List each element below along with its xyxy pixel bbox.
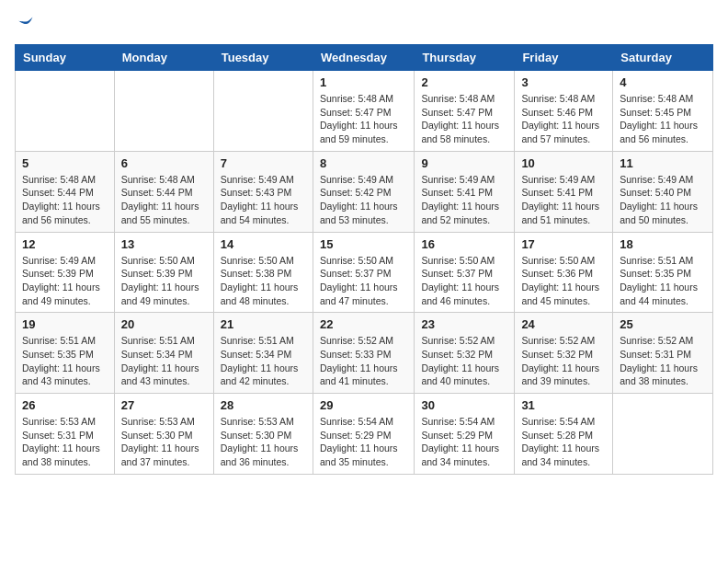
day-info: Sunrise: 5:51 AMSunset: 5:34 PMDaylight:… [221,334,306,388]
logo [15,15,35,33]
day-info: Sunrise: 5:51 AMSunset: 5:35 PMDaylight:… [620,254,706,308]
day-number: 15 [320,237,407,251]
calendar-cell: 18Sunrise: 5:51 AMSunset: 5:35 PMDayligh… [613,232,713,313]
day-info: Sunrise: 5:51 AMSunset: 5:35 PMDaylight:… [22,334,108,388]
calendar-cell: 22Sunrise: 5:52 AMSunset: 5:33 PMDayligh… [313,313,414,394]
day-info: Sunrise: 5:54 AMSunset: 5:28 PMDaylight:… [521,415,606,469]
day-info: Sunrise: 5:48 AMSunset: 5:45 PMDaylight:… [620,92,706,146]
day-info: Sunrise: 5:50 AMSunset: 5:39 PMDaylight:… [121,254,207,308]
calendar-cell: 4Sunrise: 5:48 AMSunset: 5:45 PMDaylight… [613,71,713,152]
day-info: Sunrise: 5:48 AMSunset: 5:46 PMDaylight:… [521,92,606,146]
calendar-cell: 6Sunrise: 5:48 AMSunset: 5:44 PMDaylight… [114,151,213,232]
calendar-cell: 8Sunrise: 5:49 AMSunset: 5:42 PMDaylight… [313,151,414,232]
day-info: Sunrise: 5:49 AMSunset: 5:42 PMDaylight:… [320,173,407,227]
calendar-cell: 26Sunrise: 5:53 AMSunset: 5:31 PMDayligh… [16,394,115,475]
day-number: 25 [620,317,706,331]
day-number: 4 [620,75,706,89]
calendar-cell [213,71,313,152]
day-info: Sunrise: 5:51 AMSunset: 5:34 PMDaylight:… [121,334,207,388]
day-number: 1 [320,75,407,89]
day-number: 27 [121,398,207,412]
calendar-weekday-saturday: Saturday [613,45,713,71]
day-info: Sunrise: 5:49 AMSunset: 5:41 PMDaylight:… [421,173,507,227]
calendar-cell: 1Sunrise: 5:48 AMSunset: 5:47 PMDaylight… [313,71,414,152]
calendar-week-row: 26Sunrise: 5:53 AMSunset: 5:31 PMDayligh… [16,394,713,475]
day-number: 17 [521,237,606,251]
calendar-weekday-wednesday: Wednesday [313,45,414,71]
calendar-table: SundayMondayTuesdayWednesdayThursdayFrid… [15,44,713,475]
day-number: 30 [421,398,507,412]
day-number: 22 [320,317,407,331]
calendar-cell: 27Sunrise: 5:53 AMSunset: 5:30 PMDayligh… [114,394,213,475]
day-number: 6 [121,156,207,170]
day-number: 29 [320,398,407,412]
day-number: 31 [521,398,606,412]
day-info: Sunrise: 5:48 AMSunset: 5:47 PMDaylight:… [421,92,507,146]
calendar-cell: 10Sunrise: 5:49 AMSunset: 5:41 PMDayligh… [515,151,613,232]
calendar-cell: 9Sunrise: 5:49 AMSunset: 5:41 PMDaylight… [415,151,515,232]
day-info: Sunrise: 5:53 AMSunset: 5:31 PMDaylight:… [22,415,108,469]
day-number: 23 [421,317,507,331]
calendar-cell: 23Sunrise: 5:52 AMSunset: 5:32 PMDayligh… [415,313,515,394]
calendar-weekday-monday: Monday [114,45,213,71]
day-number: 24 [521,317,606,331]
calendar-cell: 30Sunrise: 5:54 AMSunset: 5:29 PMDayligh… [415,394,515,475]
day-info: Sunrise: 5:52 AMSunset: 5:31 PMDaylight:… [620,334,706,388]
day-number: 5 [22,156,108,170]
calendar-week-row: 12Sunrise: 5:49 AMSunset: 5:39 PMDayligh… [16,232,713,313]
page: SundayMondayTuesdayWednesdayThursdayFrid… [0,0,728,489]
calendar-cell: 28Sunrise: 5:53 AMSunset: 5:30 PMDayligh… [213,394,313,475]
calendar-cell: 15Sunrise: 5:50 AMSunset: 5:37 PMDayligh… [313,232,414,313]
day-info: Sunrise: 5:53 AMSunset: 5:30 PMDaylight:… [221,415,306,469]
day-info: Sunrise: 5:48 AMSunset: 5:44 PMDaylight:… [22,173,108,227]
day-info: Sunrise: 5:49 AMSunset: 5:41 PMDaylight:… [521,173,606,227]
calendar-cell: 13Sunrise: 5:50 AMSunset: 5:39 PMDayligh… [114,232,213,313]
calendar-cell [16,71,115,152]
day-number: 16 [421,237,507,251]
calendar-cell: 3Sunrise: 5:48 AMSunset: 5:46 PMDaylight… [515,71,613,152]
day-number: 8 [320,156,407,170]
calendar-cell: 31Sunrise: 5:54 AMSunset: 5:28 PMDayligh… [515,394,613,475]
day-number: 20 [121,317,207,331]
calendar-cell: 5Sunrise: 5:48 AMSunset: 5:44 PMDaylight… [16,151,115,232]
calendar-header-row: SundayMondayTuesdayWednesdayThursdayFrid… [16,45,713,71]
calendar-cell: 25Sunrise: 5:52 AMSunset: 5:31 PMDayligh… [613,313,713,394]
calendar-cell: 2Sunrise: 5:48 AMSunset: 5:47 PMDaylight… [415,71,515,152]
calendar-cell: 7Sunrise: 5:49 AMSunset: 5:43 PMDaylight… [213,151,313,232]
calendar-weekday-tuesday: Tuesday [213,45,313,71]
day-number: 10 [521,156,606,170]
day-number: 26 [22,398,108,412]
day-info: Sunrise: 5:49 AMSunset: 5:43 PMDaylight:… [221,173,306,227]
calendar-week-row: 5Sunrise: 5:48 AMSunset: 5:44 PMDaylight… [16,151,713,232]
day-info: Sunrise: 5:53 AMSunset: 5:30 PMDaylight:… [121,415,207,469]
calendar-weekday-sunday: Sunday [16,45,115,71]
day-number: 12 [22,237,108,251]
calendar-cell: 21Sunrise: 5:51 AMSunset: 5:34 PMDayligh… [213,313,313,394]
calendar-week-row: 19Sunrise: 5:51 AMSunset: 5:35 PMDayligh… [16,313,713,394]
calendar-weekday-thursday: Thursday [415,45,515,71]
calendar-cell: 19Sunrise: 5:51 AMSunset: 5:35 PMDayligh… [16,313,115,394]
calendar-week-row: 1Sunrise: 5:48 AMSunset: 5:47 PMDaylight… [16,71,713,152]
day-info: Sunrise: 5:54 AMSunset: 5:29 PMDaylight:… [421,415,507,469]
day-number: 3 [521,75,606,89]
day-number: 21 [221,317,306,331]
calendar-cell [114,71,213,152]
day-number: 14 [221,237,306,251]
day-info: Sunrise: 5:50 AMSunset: 5:37 PMDaylight:… [320,254,407,308]
day-info: Sunrise: 5:50 AMSunset: 5:37 PMDaylight:… [421,254,507,308]
day-number: 2 [421,75,507,89]
calendar-cell: 29Sunrise: 5:54 AMSunset: 5:29 PMDayligh… [313,394,414,475]
day-info: Sunrise: 5:49 AMSunset: 5:40 PMDaylight:… [620,173,706,227]
day-info: Sunrise: 5:50 AMSunset: 5:38 PMDaylight:… [221,254,306,308]
day-number: 18 [620,237,706,251]
logo-bird-icon [17,15,35,33]
day-number: 9 [421,156,507,170]
calendar-weekday-friday: Friday [515,45,613,71]
day-info: Sunrise: 5:52 AMSunset: 5:32 PMDaylight:… [521,334,606,388]
calendar-cell: 16Sunrise: 5:50 AMSunset: 5:37 PMDayligh… [415,232,515,313]
calendar-cell: 11Sunrise: 5:49 AMSunset: 5:40 PMDayligh… [613,151,713,232]
calendar-cell: 14Sunrise: 5:50 AMSunset: 5:38 PMDayligh… [213,232,313,313]
day-number: 7 [221,156,306,170]
calendar-cell: 24Sunrise: 5:52 AMSunset: 5:32 PMDayligh… [515,313,613,394]
calendar-cell: 17Sunrise: 5:50 AMSunset: 5:36 PMDayligh… [515,232,613,313]
